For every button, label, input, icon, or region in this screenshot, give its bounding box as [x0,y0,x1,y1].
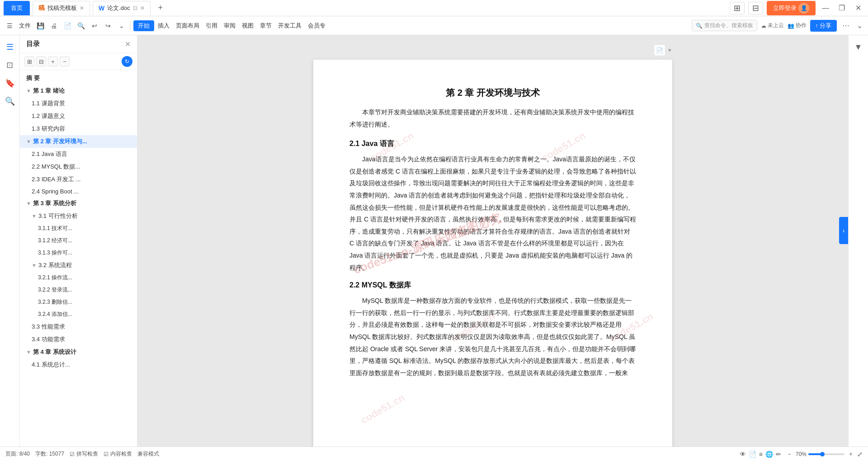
doc-page-label: ▼ [667,47,672,53]
toc-item-ch3-2-3[interactable]: 3.2.3 删除信... [20,296,137,308]
toc-item-ch3-2-1[interactable]: 3.2.1 操作流... [20,272,137,284]
menu-devtools[interactable]: 开发工具 [275,20,304,32]
toc-item-ch3-3[interactable]: 3.3 性能需求 [20,320,137,333]
toc-item-ch2-1[interactable]: 2.1 Java 语言 [20,148,137,160]
toc-item-ch3-1-3[interactable]: 3.1.3 操作可... [20,247,137,259]
page-info: 页面: 8/40 [5,450,30,458]
zoom-icon[interactable]: 🔍 [75,20,87,32]
window-minimize-button[interactable]: — [819,2,832,14]
toc-item-ch3-1-2[interactable]: 3.1.2 经济可... [20,235,137,247]
undo-icon[interactable]: ↩ [89,20,100,32]
toc-collapse-all-button[interactable]: ⊟ [36,56,46,66]
menu-file[interactable]: 文件 [16,20,33,32]
toc-item-ch3-2-2[interactable]: 3.2.2 登录流... [20,284,137,296]
collapse-button[interactable]: ⌄ [855,21,864,30]
menu-view[interactable]: 视图 [239,20,256,32]
doc-tab-min[interactable]: ⊡ [133,5,137,11]
compat-mode[interactable]: 兼容模式 [137,450,159,458]
tab-add-button[interactable]: + [154,2,167,14]
zoom-slider[interactable] [808,453,844,455]
template-tab-close[interactable]: ✕ [80,5,84,11]
toc-close-button[interactable]: ✕ [125,40,131,48]
view-page-icon[interactable]: 📄 [749,451,756,458]
doc-tab-close[interactable]: ✕ [140,5,145,11]
toc-arrow-ch3-2: ▼ [32,263,37,268]
doc-page-icon[interactable]: 📄 [654,44,665,56]
toc-item-ch2-2[interactable]: 2.2 MYSQL 数据... [20,160,137,173]
toc-item-ch3-4[interactable]: 3.4 功能需求 [20,333,137,346]
titlebar-grid-btn[interactable]: ⊟ [748,2,763,14]
menu-layout[interactable]: 页面布局 [173,20,202,32]
titlebar-layout-btn[interactable]: ⊞ [730,2,745,14]
menu-chapter[interactable]: 章节 [257,20,274,32]
sidebar-nav-icon[interactable]: ⊡ [2,57,18,73]
zoom-thumb [820,452,825,456]
zoom-out-button[interactable]: − [785,450,794,459]
menu-ref[interactable]: 引用 [203,20,220,32]
search-box[interactable]: 🔍 查找命令、搜索模板 [692,20,757,31]
toc-item-ch3-2[interactable]: ▼ 3.2 系统流程 [20,259,137,272]
cloud-button[interactable]: ☁ 未上云 [761,22,784,29]
view-mode-buttons: 👁 📄 ≡ 🌐 ✏ [740,451,781,458]
save-icon[interactable]: 💾 [34,20,46,32]
view-pen-icon[interactable]: ✏ [776,451,781,458]
toc-item-ch2-3[interactable]: 2.3 IDEA 开发工 ... [20,173,137,186]
preview-icon[interactable]: 📄 [61,20,73,32]
view-web-icon[interactable]: 🌐 [765,451,773,458]
print-icon[interactable]: 🖨 [48,20,60,32]
avatar: 👤 [798,3,809,14]
more-options-button[interactable]: ⋯ [840,21,851,30]
toc-item-ch2[interactable]: ▼ 第 2 章 开发环境与... [20,135,137,148]
toc-expand-all-button[interactable]: ⊞ [24,56,34,66]
tab-home[interactable]: 首页 [4,1,30,15]
toc-item-ch2-4[interactable]: 2.4 Spring Boot ... [20,186,137,197]
sidebar-bookmark-icon[interactable]: 🔖 [2,75,18,91]
toc-item-ch4-1[interactable]: 4.1 系统总计... [20,358,137,371]
doc-toolbar-strip: 📄 ▼ [313,44,672,56]
login-button[interactable]: 立即登录 👤 [767,1,816,15]
menu-insert[interactable]: 插入 [155,20,172,32]
toc-sync-button[interactable]: ↻ [122,56,132,67]
toc-item-ch1-3[interactable]: 1.3 研究内容 [20,122,137,135]
menu-start[interactable]: 开始 [133,20,154,31]
toc-remove-button[interactable]: − [60,56,70,66]
tab-doc[interactable]: W 论文.doc ⊡ ✕ [93,1,151,15]
main-layout: ☰ ⊡ 🔖 🔍 目录 ✕ ⊞ ⊟ + − ↻ 摘 要 ▼ 第 1 章 绪论 1.… [0,35,868,447]
collab-button[interactable]: 👥 协作 [788,22,807,29]
toc-item-ch3-1-1[interactable]: 3.1.1 技术可... [20,222,137,235]
spell-check[interactable]: ☑ 拼写检查 [70,450,98,458]
toc-item-ch1-2[interactable]: 1.2 课题意义 [20,110,137,122]
tab-template[interactable]: 稿 找稿壳模板 ✕ [33,1,90,15]
toc-item-ch3-1[interactable]: ▼ 3.1 可行性分析 [20,210,137,222]
toc-item-ch1[interactable]: ▼ 第 1 章 绪论 [20,85,137,97]
menu-member[interactable]: 会员专 [305,20,328,32]
toc-arrow-ch4: ▼ [26,349,31,355]
float-right-arrow[interactable]: › [839,217,848,244]
content-check[interactable]: ☑ 内容检查 [104,450,132,458]
menu-review[interactable]: 审阅 [221,20,238,32]
toc-item-abstract[interactable]: 摘 要 [20,72,137,85]
check-icon: ☑ [70,451,75,457]
toc-add-button[interactable]: + [48,56,58,66]
toc-controls: ⊞ ⊟ + − ↻ [20,53,137,70]
share-button[interactable]: ↑ 分享 [810,20,837,32]
toc-item-ch3-2-4[interactable]: 3.2.4 添加信... [20,308,137,320]
more-tools-icon[interactable]: ⌄ [116,20,127,32]
toc-item-ch4[interactable]: ▼ 第 4 章 系统设计 [20,346,137,358]
view-read-icon[interactable]: 👁 [740,451,746,458]
toc-arrow-ch3-1: ▼ [32,213,37,219]
zoom-fill [808,453,821,455]
sidebar-toc-icon[interactable]: ☰ [2,39,18,55]
hamburger-menu-icon[interactable]: ☰ [4,20,15,32]
window-restore-button[interactable]: ❐ [835,2,848,14]
view-outline-icon[interactable]: ≡ [759,451,763,458]
zoom-in-button[interactable]: + [846,450,855,459]
right-filter-icon[interactable]: ▼ [850,39,867,55]
redo-icon[interactable]: ↪ [102,20,114,32]
fullscreen-button[interactable]: ⤢ [857,451,863,458]
sidebar-search-icon[interactable]: 🔍 [2,93,18,109]
toc-item-ch3[interactable]: ▼ 第 3 章 系统分析 [20,197,137,210]
window-close-button[interactable]: ✕ [852,2,864,14]
toc-item-ch1-1[interactable]: 1.1 课题背景 [20,97,137,110]
grid-icon: ⊟ [752,3,759,13]
